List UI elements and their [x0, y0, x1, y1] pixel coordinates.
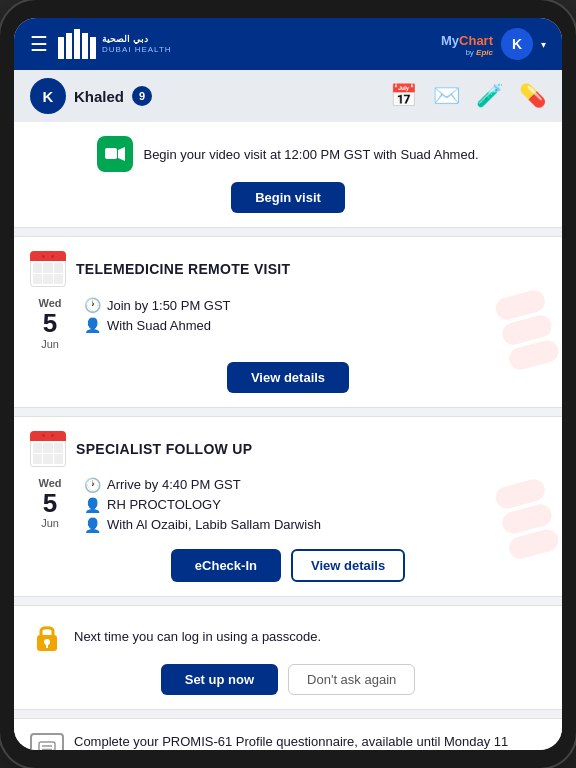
- header-left: ☰ دبي الصحية DUBAI HEALTH: [30, 29, 172, 59]
- telemedicine-body: Wed 5 Jun 🕐 Join by 1:50 PM GST 👤 With S…: [30, 297, 546, 350]
- user-info: K Khaled 9: [30, 78, 152, 114]
- messages-nav-icon[interactable]: ✉️: [433, 83, 460, 109]
- dubai-health-logo: [58, 29, 96, 59]
- specialist-with: With Al Ozaibi, Labib Sallam Darwish: [107, 517, 321, 532]
- labs-nav-icon[interactable]: 🧪: [476, 83, 503, 109]
- passcode-actions: Set up now Don't ask again: [30, 664, 546, 695]
- svg-marker-6: [118, 147, 125, 161]
- location-person-icon: 👤: [84, 497, 101, 513]
- telemedicine-time-row: 🕐 Join by 1:50 PM GST: [84, 297, 546, 313]
- svg-rect-1: [66, 33, 72, 59]
- video-visit-text: Begin your video visit at 12:00 PM GST w…: [143, 147, 478, 162]
- telemedicine-view-button[interactable]: View details: [227, 362, 349, 393]
- telemedicine-actions: View details: [30, 362, 546, 393]
- passcode-banner: Next time you can log in using a passcod…: [14, 605, 562, 710]
- svg-rect-3: [82, 33, 88, 59]
- tablet-frame: ☰ دبي الصحية DUBAI HEALTH: [0, 0, 576, 768]
- telemedicine-time: Join by 1:50 PM GST: [107, 298, 231, 313]
- telemedicine-date: Wed 5 Jun: [30, 297, 70, 350]
- medications-nav-icon[interactable]: 💊: [519, 83, 546, 109]
- passcode-row: Next time you can log in using a passcod…: [30, 620, 546, 654]
- specialist-date: Wed 5 Jun: [30, 477, 70, 537]
- specialist-location: RH PROCTOLOGY: [107, 497, 221, 512]
- clock-icon: 🕐: [84, 297, 101, 313]
- specialist-details: 🕐 Arrive by 4:40 PM GST 👤 RH PROCTOLOGY …: [84, 477, 546, 537]
- specialist-location-row: 👤 RH PROCTOLOGY: [84, 497, 546, 513]
- specialist-calendar-icon: [30, 431, 66, 467]
- telemedicine-details: 🕐 Join by 1:50 PM GST 👤 With Suad Ahmed: [84, 297, 546, 350]
- mychart-my: My: [441, 33, 459, 48]
- avatar-chevron: ▾: [541, 39, 546, 50]
- calendar-nav-icon[interactable]: 📅: [390, 83, 417, 109]
- main-content: Begin your video visit at 12:00 PM GST w…: [14, 122, 562, 750]
- specialist-card-header: SPECIALIST FOLLOW UP: [30, 431, 546, 467]
- dont-ask-button[interactable]: Don't ask again: [288, 664, 415, 695]
- logo-text: دبي الصحية DUBAI HEALTH: [102, 34, 172, 54]
- svg-rect-5: [105, 148, 117, 159]
- user-avatar-button[interactable]: K: [501, 28, 533, 60]
- specialist-actions: eCheck-In View details: [30, 549, 546, 582]
- setup-now-button[interactable]: Set up now: [161, 664, 278, 695]
- hamburger-menu[interactable]: ☰: [30, 32, 48, 56]
- specialist-card: SPECIALIST FOLLOW UP Wed 5 Jun 🕐 Arrive …: [14, 416, 562, 597]
- user-name: Khaled: [74, 88, 124, 105]
- specialist-body: Wed 5 Jun 🕐 Arrive by 4:40 PM GST 👤 RH P…: [30, 477, 546, 537]
- echeckin-button[interactable]: eCheck-In: [171, 549, 281, 582]
- video-visit-banner: Begin your video visit at 12:00 PM GST w…: [14, 122, 562, 228]
- video-camera-icon: [97, 136, 133, 172]
- specialist-title: SPECIALIST FOLLOW UP: [76, 441, 252, 457]
- lock-icon: [30, 620, 64, 654]
- telemedicine-card-header: TELEMEDICINE REMOTE VISIT: [30, 251, 546, 287]
- questionnaire-banner: Complete your PROMIS-61 Profile question…: [14, 718, 562, 750]
- mychart-logo: MyChart by Epic: [441, 32, 493, 57]
- sub-header: K Khaled 9 📅 ✉️ 🧪 💊: [14, 70, 562, 122]
- person-icon-2: 👤: [84, 517, 101, 533]
- questionnaire-icon: [30, 733, 64, 750]
- telemedicine-calendar-icon: [30, 251, 66, 287]
- begin-visit-button[interactable]: Begin visit: [231, 182, 345, 213]
- svg-rect-2: [74, 29, 80, 59]
- app-header: ☰ دبي الصحية DUBAI HEALTH: [14, 18, 562, 70]
- user-avatar-badge: K: [30, 78, 66, 114]
- specialist-time: Arrive by 4:40 PM GST: [107, 477, 241, 492]
- header-right: MyChart by Epic K ▾: [441, 28, 546, 60]
- specialist-view-button[interactable]: View details: [291, 549, 405, 582]
- specialist-with-row: 👤 With Al Ozaibi, Labib Sallam Darwish: [84, 517, 546, 533]
- telemedicine-with: With Suad Ahmed: [107, 318, 211, 333]
- clock-icon-2: 🕐: [84, 477, 101, 493]
- telemedicine-title: TELEMEDICINE REMOTE VISIT: [76, 261, 290, 277]
- questionnaire-row: Complete your PROMIS-61 Profile question…: [30, 733, 546, 750]
- screen: ☰ دبي الصحية DUBAI HEALTH: [14, 18, 562, 750]
- telemedicine-with-row: 👤 With Suad Ahmed: [84, 317, 546, 333]
- nav-icons: 📅 ✉️ 🧪 💊: [390, 83, 546, 109]
- mychart-byepic: by Epic: [441, 48, 493, 57]
- passcode-text: Next time you can log in using a passcod…: [74, 629, 321, 644]
- person-icon: 👤: [84, 317, 101, 333]
- svg-rect-4: [90, 37, 96, 59]
- svg-rect-0: [58, 37, 64, 59]
- questionnaire-text: Complete your PROMIS-61 Profile question…: [74, 733, 546, 750]
- logo-area: دبي الصحية DUBAI HEALTH: [58, 29, 172, 59]
- specialist-time-row: 🕐 Arrive by 4:40 PM GST: [84, 477, 546, 493]
- video-banner-row: Begin your video visit at 12:00 PM GST w…: [97, 136, 478, 172]
- svg-rect-9: [46, 643, 48, 648]
- telemedicine-card: TELEMEDICINE REMOTE VISIT Wed 5 Jun 🕐 Jo…: [14, 236, 562, 408]
- notification-badge[interactable]: 9: [132, 86, 152, 106]
- watermark-1: [493, 287, 560, 371]
- mychart-chart: Chart: [459, 33, 493, 48]
